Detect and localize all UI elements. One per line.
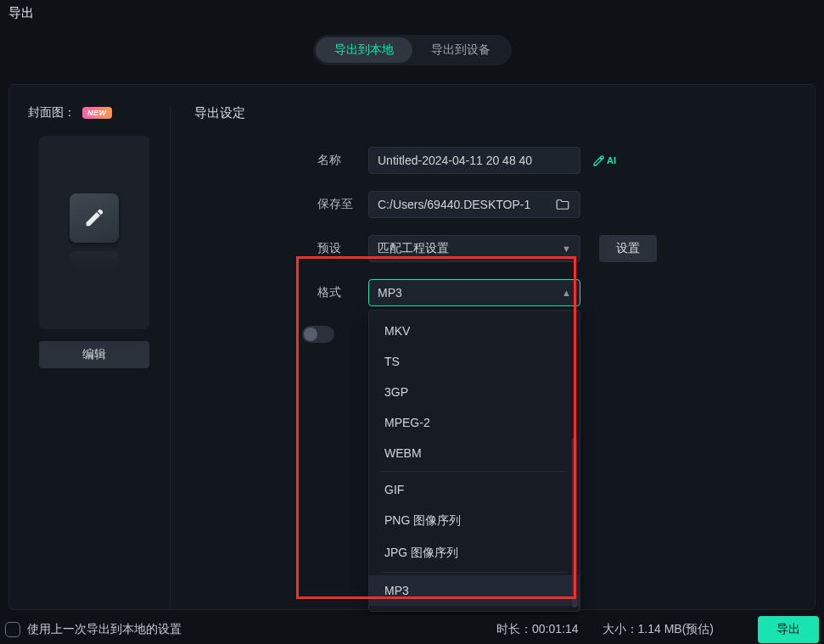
format-option-gif[interactable]: GIF: [369, 474, 580, 505]
format-option-ts[interactable]: TS: [369, 346, 580, 377]
export-card: 封面图： NEW 编辑 导出设定 名称: [8, 84, 816, 610]
settings-column: 导出设定 名称 AI 保存至: [171, 105, 811, 609]
size-stat: 大小：1.14 MB(预估): [603, 622, 714, 637]
cover-thumbnail[interactable]: [39, 136, 149, 329]
advanced-toggle[interactable]: [302, 326, 334, 343]
label-preset: 预设: [317, 241, 368, 256]
form-area: 名称 AI 保存至: [194, 147, 811, 332]
format-select-wrap: MP3 ▲ MKV TS 3GP MPEG-2 WEBM GIF PNG 图像序: [368, 279, 580, 306]
bottom-stats: 时长：00:01:14 大小：1.14 MB(预估) 导出: [496, 616, 819, 643]
use-last-settings-label: 使用上一次导出到本地的设置: [27, 622, 182, 637]
thumbnail-reflection: [70, 251, 119, 268]
row-format: 格式 MP3 ▲ MKV TS 3GP MPEG-2 WEBM: [317, 279, 811, 306]
tabs-row: 导出到本地 导出到设备: [0, 31, 824, 84]
pencil-ai-icon: [592, 154, 606, 167]
duration-stat: 时长：00:01:14: [496, 622, 579, 637]
size-label: 大小：: [603, 622, 638, 636]
ai-label: AI: [607, 155, 616, 165]
format-option-mkv[interactable]: MKV: [369, 316, 580, 346]
name-input[interactable]: [368, 147, 580, 174]
format-option-jpg-seq[interactable]: JPG 图像序列: [369, 537, 580, 569]
tabs-pill: 导出到本地 导出到设备: [313, 35, 512, 65]
format-option-mp3[interactable]: MP3: [369, 575, 580, 606]
format-value: MP3: [378, 286, 402, 300]
label-format: 格式: [317, 285, 368, 300]
label-save-to: 保存至: [317, 197, 368, 212]
format-option-png-seq[interactable]: PNG 图像序列: [369, 505, 580, 537]
cover-column: 封面图： NEW 编辑: [28, 105, 171, 609]
tab-export-device[interactable]: 导出到设备: [412, 37, 509, 63]
chevron-up-icon: ▲: [562, 288, 571, 298]
bottom-bar: 使用上一次导出到本地的设置 时长：00:01:14 大小：1.14 MB(预估)…: [0, 615, 824, 644]
format-dropdown: MKV TS 3GP MPEG-2 WEBM GIF PNG 图像序列 JPG …: [368, 310, 580, 612]
dropdown-scrollbar[interactable]: [572, 438, 577, 608]
preset-settings-button[interactable]: 设置: [599, 235, 657, 262]
export-button[interactable]: 导出: [758, 616, 819, 643]
label-name: 名称: [317, 153, 368, 168]
ai-rename-button[interactable]: AI: [592, 154, 616, 167]
settings-header: 导出设定: [194, 105, 811, 121]
browse-folder-button[interactable]: [555, 197, 570, 212]
chevron-down-icon: ▼: [562, 244, 571, 254]
preset-value: 匹配工程设置: [378, 241, 449, 256]
row-preset: 预设 匹配工程设置 ▼ 设置: [317, 235, 811, 262]
duration-value: 00:01:14: [532, 622, 579, 636]
new-badge: NEW: [82, 107, 112, 119]
row-name: 名称 AI: [317, 147, 811, 174]
edit-cover-button[interactable]: 编辑: [39, 341, 149, 368]
dropdown-separator: [381, 471, 568, 472]
size-value: 1.14 MB(预估): [638, 622, 714, 636]
cover-label: 封面图：: [28, 105, 76, 120]
format-option-mpeg2[interactable]: MPEG-2: [369, 407, 580, 438]
folder-icon: [555, 197, 570, 212]
tab-export-local[interactable]: 导出到本地: [316, 37, 412, 63]
advanced-toggle-holder: [302, 326, 334, 343]
row-save-to: 保存至: [317, 191, 811, 218]
format-option-3gp[interactable]: 3GP: [369, 377, 580, 407]
dropdown-separator: [381, 572, 568, 573]
preset-select[interactable]: 匹配工程设置 ▼: [368, 235, 580, 262]
pencil-icon: [70, 193, 119, 243]
format-dropdown-scroll: MKV TS 3GP MPEG-2 WEBM GIF PNG 图像序列 JPG …: [369, 316, 580, 606]
format-option-webm[interactable]: WEBM: [369, 438, 580, 468]
page-title: 导出: [0, 0, 824, 31]
format-select[interactable]: MP3 ▲: [368, 279, 580, 306]
save-path-input[interactable]: [368, 191, 580, 218]
duration-label: 时长：: [496, 622, 532, 636]
use-last-settings-checkbox[interactable]: [5, 622, 20, 637]
cover-header: 封面图： NEW: [28, 105, 160, 120]
toggle-thumb: [304, 328, 317, 341]
